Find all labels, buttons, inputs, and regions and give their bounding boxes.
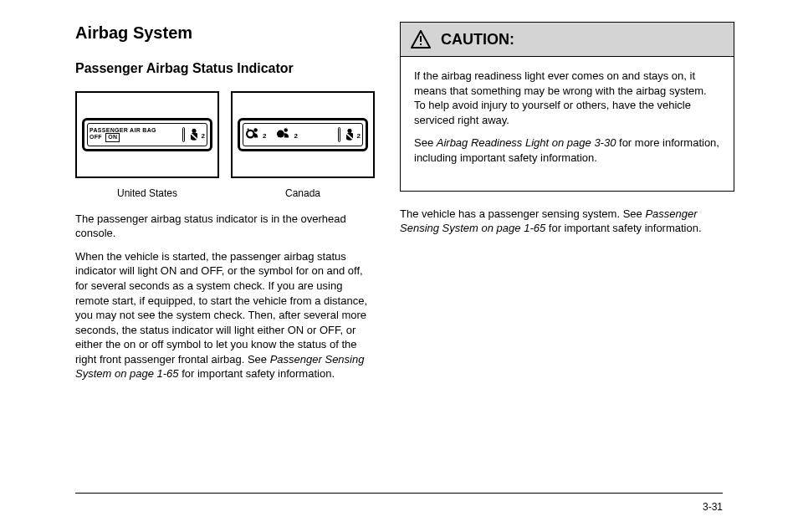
ca-two-3: 2 — [357, 132, 361, 141]
indicator-us-text: PASSENGER AIR BAG OFF ON — [90, 127, 156, 142]
caption-us: United States — [75, 187, 219, 200]
indicator-ca-panel: 2 2 — [238, 118, 368, 151]
indicator-light-pill — [182, 127, 185, 142]
indicator-us-belt: 2 — [182, 127, 205, 142]
airbag-on-icon — [276, 127, 291, 142]
indicator-us-on: ON — [105, 133, 120, 141]
right-para-a: The vehicle has a passenger sensing syst… — [400, 207, 645, 220]
caution-p1: If the airbag readiness light ever comes… — [414, 69, 720, 127]
svg-point-5 — [277, 130, 284, 137]
indicator-ca-card: 2 2 — [231, 91, 375, 178]
ca-two-1: 2 — [263, 132, 266, 141]
ca-two-2: 2 — [294, 132, 297, 141]
page-number: 3-31 — [703, 500, 723, 514]
left-para-2b: for important safety information. — [179, 367, 335, 380]
caution-p2a: See — [414, 136, 437, 149]
indicator-us-line1: PASSENGER AIR BAG — [90, 127, 156, 133]
caution-header: CAUTION: — [401, 23, 734, 57]
caution-box: CAUTION: If the airbag readiness light e… — [400, 22, 734, 192]
indicator-row: PASSENGER AIR BAG OFF ON 2 — [75, 91, 375, 178]
svg-point-3 — [253, 128, 258, 132]
footer-rule — [75, 493, 723, 494]
svg-point-7 — [347, 128, 351, 132]
caution-body: If the airbag readiness light ever comes… — [401, 57, 734, 190]
seatbelt-icon — [343, 127, 356, 142]
warning-icon — [411, 30, 431, 49]
indicator-us-line2: OFF — [90, 134, 102, 140]
right-para-b: for important safety information. — [545, 222, 701, 234]
indicator-us-panel: PASSENGER AIR BAG OFF ON 2 — [82, 118, 212, 151]
svg-point-4 — [248, 128, 249, 130]
svg-rect-9 — [420, 43, 422, 45]
left-para-2a: When the vehicle is started, the passeng… — [75, 250, 367, 366]
indicator-us-card: PASSENGER AIR BAG OFF ON 2 — [75, 91, 219, 178]
indicator-light-pill — [338, 127, 340, 142]
svg-rect-8 — [420, 36, 422, 42]
seatbelt-icon — [187, 127, 201, 142]
left-para-1: The passenger airbag status indicator is… — [75, 212, 375, 241]
caution-p2-link: Airbag Readiness Light on page 3-30 — [437, 136, 616, 149]
caution-p2: See Airbag Readiness Light on page 3-30 … — [414, 136, 720, 165]
caption-ca: Canada — [231, 187, 375, 200]
subsection-title: Passenger Airbag Status Indicator — [75, 59, 375, 78]
svg-point-0 — [192, 128, 196, 132]
caution-title: CAUTION: — [441, 29, 514, 49]
left-para-2: When the vehicle is started, the passeng… — [75, 249, 375, 381]
svg-point-6 — [284, 128, 289, 132]
section-title: Airbag System — [75, 22, 375, 44]
svg-point-2 — [248, 131, 253, 136]
indicator-us-two: 2 — [202, 132, 205, 141]
airbag-off-icon — [245, 127, 260, 142]
right-para: The vehicle has a passenger sensing syst… — [400, 207, 734, 236]
